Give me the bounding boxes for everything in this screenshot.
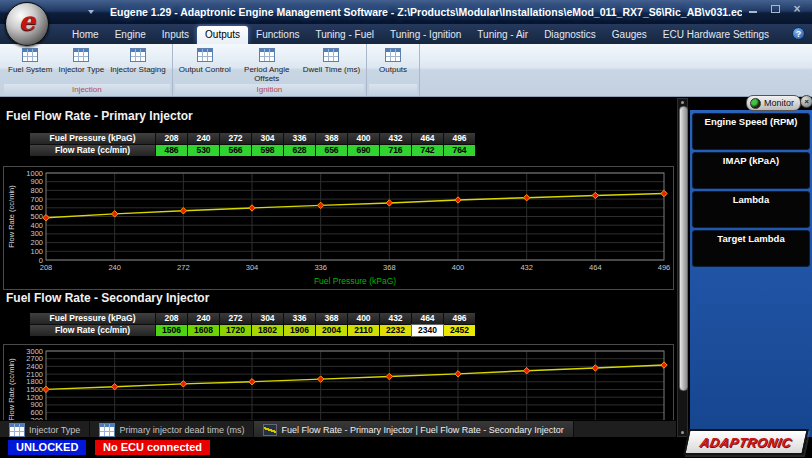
flow-cell[interactable]: 1802 xyxy=(252,325,283,336)
close-icon: × xyxy=(793,3,800,15)
pressure-cell: 368 xyxy=(316,133,347,144)
flow-cell[interactable]: 2004 xyxy=(316,325,347,336)
secondary-flow-table: Fuel Pressure (kPaG)20824027230433636840… xyxy=(30,313,475,336)
svg-text:400: 400 xyxy=(452,263,465,272)
svg-text:2400: 2400 xyxy=(26,362,43,371)
title-bar[interactable]: Eugene 1.29 - Adaptronic Engine Manageme… xyxy=(0,0,812,25)
menu-item-engine[interactable]: Engine xyxy=(107,26,154,44)
flow-cell[interactable]: 530 xyxy=(188,145,219,156)
vertical-scrollbar[interactable] xyxy=(677,98,688,437)
flow-cell[interactable]: 690 xyxy=(348,145,379,156)
flow-cell[interactable]: 2232 xyxy=(380,325,411,336)
svg-text:2100: 2100 xyxy=(26,370,43,379)
flow-cell[interactable]: 1720 xyxy=(220,325,251,336)
tab-fuel-flow-rate-primary-injector-fuel-flo[interactable]: Fuel Flow Rate - Primary Injector | Fuel… xyxy=(254,421,573,438)
flow-cell[interactable]: 2452 xyxy=(444,325,475,336)
menu-bar: HomeEngineInputsOutputsFunctionsTuning -… xyxy=(0,24,812,44)
flow-cell[interactable]: 716 xyxy=(380,145,411,156)
menu-item-gauges[interactable]: Gauges xyxy=(604,26,655,44)
ribbon-button-label: Output Control xyxy=(179,65,231,74)
svg-text:500: 500 xyxy=(30,212,43,221)
flow-cell[interactable]: 1608 xyxy=(188,325,219,336)
flow-cell[interactable]: 566 xyxy=(220,145,251,156)
scrollbar-thumb[interactable] xyxy=(679,106,688,391)
menu-item-outputs[interactable]: Outputs xyxy=(197,26,248,44)
menu-item-functions[interactable]: Functions xyxy=(248,26,307,44)
menu-item-tuning-fuel[interactable]: Tuning - Fuel xyxy=(307,26,382,44)
svg-text:368: 368 xyxy=(383,263,396,272)
flow-cell[interactable]: 2110 xyxy=(348,325,379,336)
pressure-cell: 336 xyxy=(284,133,315,144)
table-icon xyxy=(73,48,89,62)
flow-cell[interactable]: 1906 xyxy=(284,325,315,336)
injector-staging-button[interactable]: Injector Staging xyxy=(107,45,169,84)
maximize-icon xyxy=(771,5,780,13)
ribbon-button-label: Dwell Time (ms) xyxy=(303,65,360,74)
flow-cell[interactable]: 486 xyxy=(156,145,187,156)
chart-icon xyxy=(263,424,277,436)
pressure-cell: 240 xyxy=(188,133,219,144)
injector-type-button[interactable]: Injector Type xyxy=(55,45,107,84)
flow-cell[interactable]: 764 xyxy=(444,145,475,156)
outputs-button[interactable]: Outputs xyxy=(370,45,416,84)
monitor-panel-target-lambda[interactable]: Target Lambda xyxy=(692,230,810,267)
monitor-panel-title: Target Lambda xyxy=(693,231,809,244)
svg-text:900: 900 xyxy=(30,400,43,409)
flow-cell-selected[interactable]: 2340 xyxy=(412,325,443,336)
menu-item-ecu-hardware-settings[interactable]: ECU Hardware Settings xyxy=(655,26,777,44)
pressure-cell: 368 xyxy=(316,313,347,324)
period-angle-offsets-button[interactable]: Period Angle Offsets xyxy=(234,45,300,84)
dwell-time-ms-button[interactable]: Dwell Time (ms) xyxy=(300,45,363,84)
pressure-cell: 400 xyxy=(348,313,379,324)
minimize-button[interactable] xyxy=(746,2,760,16)
menu-item-tuning-air[interactable]: Tuning - Air xyxy=(469,26,536,44)
menu-item-diagnostics[interactable]: Diagnostics xyxy=(536,26,604,44)
svg-text:300: 300 xyxy=(30,229,43,238)
table-icon xyxy=(22,48,38,62)
window-title: Eugene 1.29 - Adaptronic Engine Manageme… xyxy=(110,0,742,24)
svg-text:600: 600 xyxy=(30,203,43,212)
flow-cell[interactable]: 628 xyxy=(284,145,315,156)
scroll-up-icon[interactable] xyxy=(681,101,684,104)
menu-items: HomeEngineInputsOutputsFunctionsTuning -… xyxy=(64,24,777,44)
monitor-panel-title: Lambda xyxy=(693,192,809,205)
table-icon xyxy=(259,48,275,62)
output-control-button[interactable]: Output Control xyxy=(176,45,234,84)
svg-text:1000: 1000 xyxy=(26,169,43,178)
ribbon-button-label: Injector Staging xyxy=(110,65,166,74)
quick-access-dropdown-icon[interactable] xyxy=(88,10,94,14)
menu-item-tuning-ignition[interactable]: Tuning - Ignition xyxy=(382,26,469,44)
close-button[interactable]: × xyxy=(790,2,804,16)
primary-section-heading: Fuel Flow Rate - Primary Injector xyxy=(6,109,193,123)
svg-text:Flow Rate (cc/min): Flow Rate (cc/min) xyxy=(7,358,16,421)
flow-cell[interactable]: 742 xyxy=(412,145,443,156)
svg-text:272: 272 xyxy=(177,263,190,272)
pressure-cell: 496 xyxy=(444,313,475,324)
monitor-panel-engine-speed-rpm[interactable]: Engine Speed (RPM) xyxy=(692,113,810,150)
app-logo-orb[interactable]: e xyxy=(5,2,49,46)
pressure-cell: 240 xyxy=(188,313,219,324)
ribbon-group-injection: Fuel SystemInjector TypeInjector Staging… xyxy=(2,44,173,96)
scroll-down-icon[interactable] xyxy=(681,431,684,434)
menu-item-home[interactable]: Home xyxy=(64,26,107,44)
tab-label: Fuel Flow Rate - Primary Injector | Fuel… xyxy=(281,425,563,435)
svg-text:1500: 1500 xyxy=(26,385,43,394)
monitor-sidebar: Engine Speed (RPM)IMAP (kPaA)LambdaTarge… xyxy=(690,110,812,438)
monitor-panel-lambda[interactable]: Lambda xyxy=(692,191,810,228)
monitor-close-button[interactable]: × xyxy=(800,95,812,108)
monitor-panel-imap-kpaa[interactable]: IMAP (kPaA) xyxy=(692,152,810,189)
tab-injector-type[interactable]: Injector Type xyxy=(0,421,90,438)
flow-cell[interactable]: 598 xyxy=(252,145,283,156)
flow-cell[interactable]: 656 xyxy=(316,145,347,156)
monitor-button[interactable]: Monitor xyxy=(746,95,801,111)
tab-primary-injector-dead-time-ms[interactable]: Primary injector dead time (ms) xyxy=(90,421,254,438)
primary-injector-chart[interactable]: 0100200300400500600700800900100020824027… xyxy=(3,166,674,290)
svg-text:1800: 1800 xyxy=(26,377,43,386)
menu-item-inputs[interactable]: Inputs xyxy=(154,26,197,44)
adaptronic-brand-logo: ADAPTRONIC xyxy=(683,429,809,455)
maximize-button[interactable] xyxy=(768,2,782,16)
fuel-system-button[interactable]: Fuel System xyxy=(5,45,55,84)
flow-cell[interactable]: 1506 xyxy=(156,325,187,336)
tab-label: Primary injector dead time (ms) xyxy=(119,425,244,435)
help-icon[interactable]: ? xyxy=(792,27,805,40)
